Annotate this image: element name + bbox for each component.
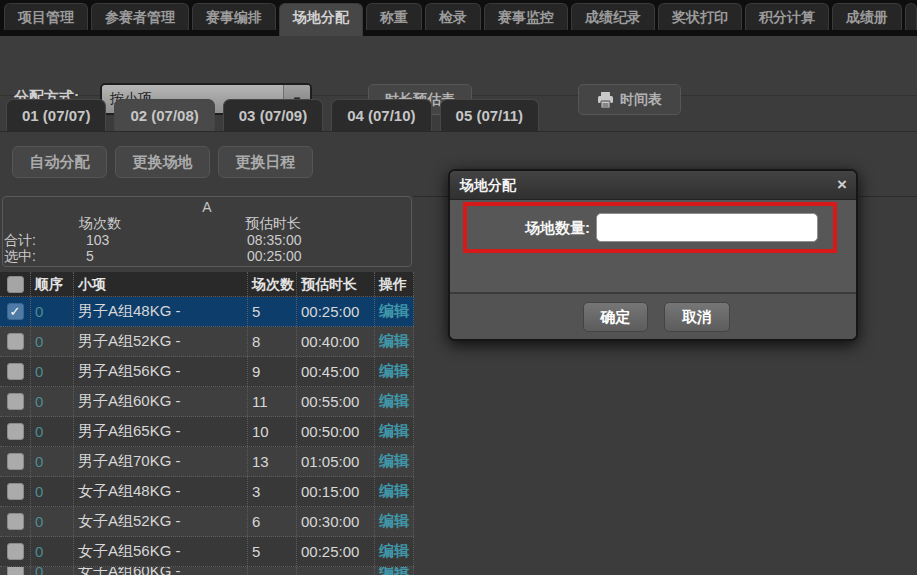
change-schedule-button[interactable]: 更换日程 [218,146,313,178]
event-table: 顺序 小项 场次数 预估时长 操作 ✓0男子A组48KG -500:25:00编… [0,272,414,575]
row-matches: 13 [248,447,297,476]
row-checkbox[interactable] [7,423,24,440]
venue-name: A [3,199,411,215]
row-checkbox[interactable] [7,483,24,500]
row-checkbox[interactable]: ✓ [7,303,24,320]
top-tab-8[interactable]: 奖状打印 [658,3,742,30]
row-duration: 00:30:00 [297,507,375,536]
row-event: 女子A组56KG - [74,537,248,566]
edit-link[interactable]: 编辑 [379,422,409,441]
row-matches: 5 [248,537,297,566]
edit-link[interactable]: 编辑 [379,392,409,411]
tab-panel-border [0,131,917,132]
auto-assign-button[interactable]: 自动分配 [12,146,107,178]
row-event: 男子A组65KG - [74,417,248,446]
table-row[interactable]: 0男子A组52KG -800:40:00编辑 [0,327,414,357]
table-row[interactable]: 0男子A组70KG -1301:05:00编辑 [0,447,414,477]
dialog-title-bar[interactable]: 场地分配 × [450,171,856,200]
date-tab-4[interactable]: 05 (07/11) [440,99,540,131]
row-duration: 00:40:00 [297,327,375,356]
cancel-button[interactable]: 取消 [664,302,730,332]
venue-summary-panel: A 场次数 预估时长 合计: 103 08:35:00 选中: 5 00:25:… [2,196,412,267]
top-tab-5[interactable]: 检录 [425,3,481,30]
date-tab-0[interactable]: 01 (07/07) [6,99,106,131]
table-row[interactable]: 0男子A组60KG -1100:55:00编辑 [0,387,414,417]
date-tab-3[interactable]: 04 (07/10) [331,99,431,131]
top-tab-7[interactable]: 成绩纪录 [571,3,655,30]
top-tab-10[interactable]: 成绩册 [832,3,902,30]
edit-link[interactable]: 编辑 [379,362,409,381]
row-event: 女子A组48KG - [74,477,248,506]
header-event: 小项 [74,272,248,296]
top-tab-2[interactable]: 赛事编排 [192,3,276,30]
row-checkbox[interactable] [7,567,24,575]
row-duration: 00:25:00 [297,297,375,326]
venue-count-input[interactable] [596,213,818,242]
close-icon[interactable]: × [837,171,847,200]
row-duration: 00:15:00 [297,477,375,506]
row-event: 男子A组70KG - [74,447,248,476]
edit-link[interactable]: 编辑 [379,542,409,561]
total-matches: 103 [86,232,109,248]
row-matches [248,567,297,575]
header-duration: 预估时长 [297,272,375,296]
row-order: 0 [31,417,74,446]
row-event: 女子A组52KG - [74,507,248,536]
row-matches: 6 [248,507,297,536]
date-tab-2[interactable]: 03 (07/09) [223,99,323,131]
table-row[interactable]: 0女子A组52KG -600:30:00编辑 [0,507,414,537]
row-duration: 00:50:00 [297,417,375,446]
table-row[interactable]: 0女子A组48KG -300:15:00编辑 [0,477,414,507]
top-tab-partial[interactable] [905,3,917,30]
row-event: 男子A组56KG - [74,357,248,386]
row-matches: 5 [248,297,297,326]
total-duration: 08:35:00 [247,232,302,248]
dialog-footer: 确定 取消 [450,292,856,339]
ok-button[interactable]: 确定 [583,302,648,332]
row-matches: 11 [248,387,297,416]
top-tab-9[interactable]: 积分计算 [745,3,829,30]
edit-link[interactable]: 编辑 [379,512,409,531]
row-checkbox[interactable] [7,333,24,350]
row-order: 0 [31,387,74,416]
table-row[interactable]: 0女子A组56KG -500:25:00编辑 [0,537,414,567]
change-venue-button[interactable]: 更换场地 [115,146,210,178]
top-tab-3[interactable]: 场地分配 [279,3,363,36]
edit-link[interactable]: 编辑 [379,302,409,321]
edit-link[interactable]: 编辑 [379,482,409,501]
row-matches: 3 [248,477,297,506]
row-checkbox[interactable] [7,363,24,380]
edit-link[interactable]: 编辑 [379,452,409,471]
dialog-body: 场地数量: [450,200,856,294]
selected-duration: 00:25:00 [247,248,302,264]
table-row[interactable]: 0男子A组65KG -1000:50:00编辑 [0,417,414,447]
timetable-button[interactable]: 时间表 [578,84,681,115]
edit-link[interactable]: 编辑 [379,332,409,351]
top-tab-1[interactable]: 参赛者管理 [91,3,189,30]
row-duration: 01:05:00 [297,447,375,476]
action-button-row: 自动分配 更换场地 更换日程 [12,146,313,178]
select-all-checkbox[interactable] [7,276,24,293]
table-row[interactable]: 0男子A组56KG -900:45:00编辑 [0,357,414,387]
edit-link[interactable]: 编辑 [379,567,409,575]
row-checkbox[interactable] [7,393,24,410]
row-duration: 00:55:00 [297,387,375,416]
top-tab-0[interactable]: 项目管理 [4,3,88,30]
date-tab-1[interactable]: 02 (07/08) [114,99,214,131]
row-duration [297,567,375,575]
header-action: 操作 [375,272,414,296]
table-row[interactable]: 0女子A组60KG -编辑 [0,567,414,575]
row-checkbox[interactable] [7,513,24,530]
row-event: 男子A组52KG - [74,327,248,356]
selected-matches: 5 [86,248,94,264]
table-header: 顺序 小项 场次数 预估时长 操作 [0,272,414,297]
row-order: 0 [31,297,74,326]
row-checkbox[interactable] [7,453,24,470]
table-row[interactable]: ✓0男子A组48KG -500:25:00编辑 [0,297,414,327]
row-checkbox[interactable] [7,543,24,560]
top-tab-4[interactable]: 称重 [366,3,422,30]
header-order: 顺序 [31,272,74,296]
row-order: 0 [31,567,74,575]
top-tab-6[interactable]: 赛事监控 [484,3,568,30]
row-order: 0 [31,447,74,476]
